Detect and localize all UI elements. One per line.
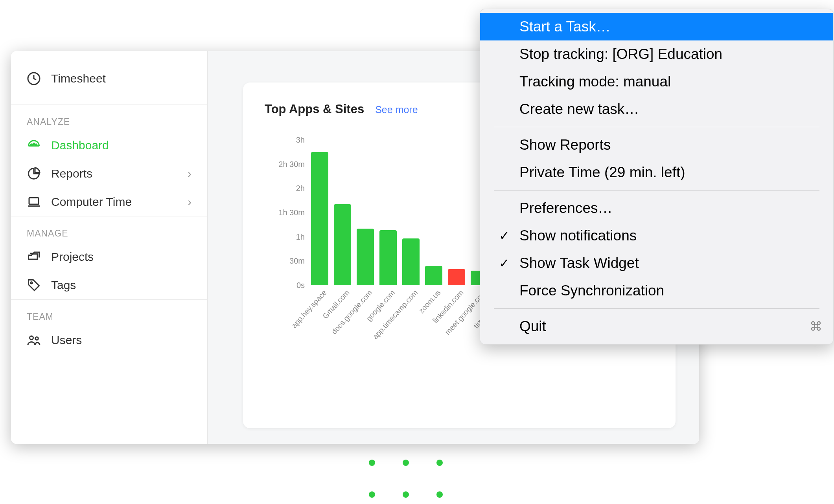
sidebar-item-label: Projects [51,250,94,264]
chart-bar[interactable] [402,238,420,285]
see-more-link[interactable]: See more [375,104,418,115]
tray-context-menu: Start a Task…Stop tracking: [ORG] Educat… [480,9,834,345]
menu-item-label: Force Synchronization [519,282,664,299]
menu-separator [494,190,819,191]
dashboard-icon [27,138,41,152]
chart-bar[interactable] [425,266,442,285]
dot [403,460,409,466]
menu-item[interactable]: Private Time (29 min. left) [480,159,833,186]
svg-point-5 [31,282,33,284]
check-icon: ✓ [499,228,510,243]
laptop-icon [27,195,41,209]
svg-point-2 [33,143,35,145]
sidebar-item-dashboard[interactable]: Dashboard [11,131,207,159]
sidebar-item-label: Timesheet [51,72,106,85]
menu-item[interactable]: ✓Show Task Widget [480,249,833,277]
menu-separator [494,308,819,309]
sidebar-item-reports[interactable]: Reports › [11,159,207,188]
y-tick: 2h [296,184,305,193]
sidebar: Timesheet ANALYZE Dashboard Reports › Co… [11,51,208,444]
y-tick: 1h 30m [278,208,305,217]
chart-bar[interactable] [357,229,374,285]
chart-bar[interactable] [448,269,465,285]
sidebar-item-label: Computer Time [51,195,132,209]
sidebar-item-computer-time[interactable]: Computer Time › [11,188,207,216]
menu-item[interactable]: Show Reports [480,131,833,159]
menu-item-label: Tracking mode: manual [519,73,671,90]
menu-item[interactable]: Create new task… [480,95,833,123]
clock-icon [27,71,41,86]
tag-icon [27,278,41,292]
dot [369,460,375,466]
sidebar-item-users[interactable]: Users [11,326,207,354]
sidebar-item-label: Tags [51,279,76,292]
chart-y-axis: 3h2h 30m2h1h 30m1h30m0s [276,140,308,285]
y-tick: 30m [289,257,305,266]
svg-rect-4 [29,198,39,205]
y-tick: 2h 30m [278,159,305,169]
svg-point-1 [31,144,32,146]
menu-item[interactable]: Stop tracking: [ORG] Education [480,40,833,68]
section-label: MANAGE [11,216,207,243]
users-icon [27,333,41,347]
menu-item-label: Preferences… [519,200,613,216]
menu-item-label: Stop tracking: [ORG] Education [519,46,722,62]
dot [403,491,409,498]
menu-item-label: Quit [519,318,546,335]
card-title: Top Apps & Sites [265,102,364,116]
y-tick: 3h [296,136,305,145]
x-label: docs.google.com [330,288,374,336]
dot [436,460,443,466]
sidebar-item-projects[interactable]: Projects [11,243,207,271]
menu-separator [494,127,819,127]
menu-item[interactable]: Tracking mode: manual [480,68,833,95]
svg-point-6 [30,336,33,340]
menu-item-label: Create new task… [519,101,639,117]
menu-item-label: Start a Task… [519,18,611,35]
menu-item[interactable]: Preferences… [480,194,833,222]
dot [436,491,443,498]
menu-shortcut: ⌘ [810,319,822,334]
svg-point-3 [35,144,37,146]
sidebar-item-label: Dashboard [51,139,109,152]
decorative-dots [369,460,443,498]
menu-item-label: Show Reports [519,137,611,153]
menu-item[interactable]: Quit⌘ [480,313,833,340]
section-label: ANALYZE [11,105,207,131]
folders-icon [27,250,41,264]
menu-item-label: Show Task Widget [519,255,639,271]
chevron-right-icon: › [188,167,191,180]
pie-chart-icon [27,167,41,181]
menu-item[interactable]: Start a Task… [480,13,833,40]
svg-point-7 [35,337,39,340]
x-label: app.hey.space [290,288,328,330]
sidebar-item-timesheet[interactable]: Timesheet [27,64,191,93]
sidebar-item-tags[interactable]: Tags [11,271,207,299]
y-tick: 0s [296,281,305,290]
menu-item[interactable]: Force Synchronization [480,277,833,304]
y-tick: 1h [296,232,305,241]
chart-bar[interactable] [311,152,328,285]
sidebar-item-label: Users [51,334,82,347]
dot [369,491,375,498]
menu-item-label: Show notifications [519,227,637,244]
chart-bar[interactable] [379,230,397,285]
sidebar-top: Timesheet [11,55,207,105]
chart-bar[interactable] [334,204,351,285]
sidebar-item-label: Reports [51,167,92,180]
section-label: TEAM [11,300,207,326]
chevron-right-icon: › [188,195,191,209]
check-icon: ✓ [499,256,510,271]
menu-item[interactable]: ✓Show notifications [480,222,833,249]
menu-item-label: Private Time (29 min. left) [519,164,685,181]
